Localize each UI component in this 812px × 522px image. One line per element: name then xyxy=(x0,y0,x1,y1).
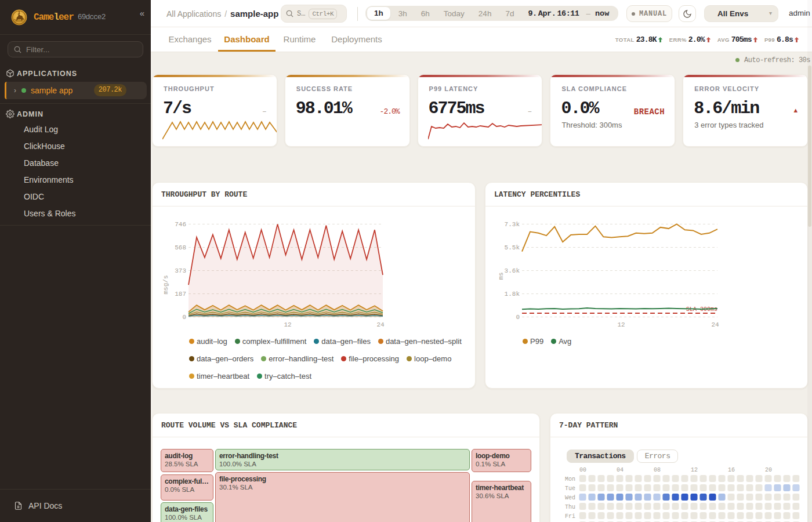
svg-text:12: 12 xyxy=(691,467,698,473)
svg-text:1.8k: 1.8k xyxy=(505,291,520,298)
svg-text:20: 20 xyxy=(765,467,772,473)
svg-text:0: 0 xyxy=(516,314,520,321)
svg-text:7.3k: 7.3k xyxy=(505,221,520,228)
svg-text:5.5k: 5.5k xyxy=(505,244,520,251)
svg-text:12: 12 xyxy=(617,321,625,328)
svg-text:24: 24 xyxy=(376,321,385,328)
svg-text:00: 00 xyxy=(579,467,586,473)
svg-text:Wed: Wed xyxy=(565,495,575,501)
svg-text:187: 187 xyxy=(175,291,186,298)
svg-text:04: 04 xyxy=(617,467,624,473)
svg-text:373: 373 xyxy=(175,267,186,274)
svg-text:16: 16 xyxy=(728,467,735,473)
svg-text:Fri: Fri xyxy=(565,513,575,520)
svg-text:ms: ms xyxy=(498,272,505,280)
svg-text:msg/s: msg/s xyxy=(162,275,169,294)
svg-text:0: 0 xyxy=(182,314,186,321)
svg-text:Thu: Thu xyxy=(565,504,575,510)
svg-text:3.6k: 3.6k xyxy=(505,267,520,274)
svg-text:Tue: Tue xyxy=(565,485,575,492)
svg-text:12: 12 xyxy=(284,321,291,328)
svg-text:746: 746 xyxy=(175,221,186,228)
svg-text:08: 08 xyxy=(654,467,661,473)
svg-text:Mon: Mon xyxy=(565,476,575,483)
svg-text:568: 568 xyxy=(175,244,186,251)
svg-text:24: 24 xyxy=(711,321,719,328)
